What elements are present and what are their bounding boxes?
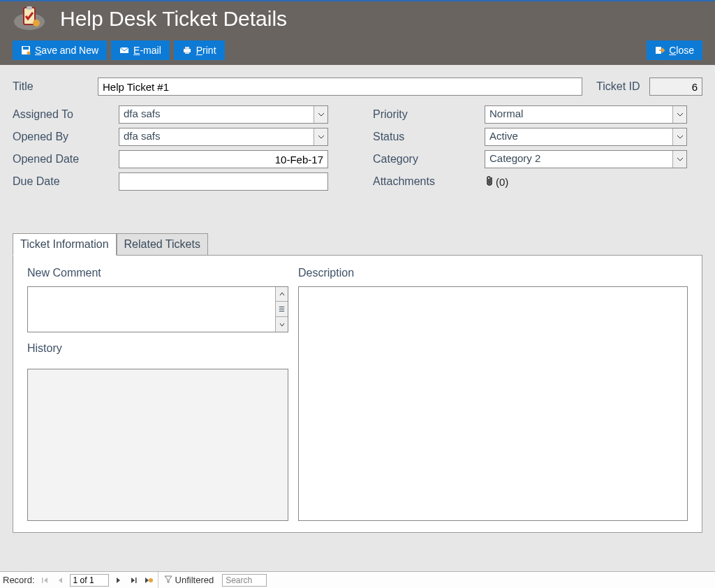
svg-rect-10 xyxy=(185,52,189,54)
due-date-label: Due Date xyxy=(13,175,119,188)
svg-point-14 xyxy=(149,578,153,582)
history-box xyxy=(27,369,288,521)
assigned-to-label: Assigned To xyxy=(13,108,119,121)
print-button[interactable]: Print xyxy=(174,41,225,60)
tab-related-tickets[interactable]: Related Tickets xyxy=(117,233,208,256)
title-label: Title xyxy=(13,80,91,93)
svg-rect-13 xyxy=(135,578,137,583)
new-comment-textarea[interactable] xyxy=(28,287,275,332)
prev-record-button[interactable] xyxy=(54,574,67,587)
svg-rect-12 xyxy=(42,578,43,583)
filter-label: Unfiltered xyxy=(175,575,214,585)
close-button[interactable]: Close xyxy=(647,41,702,60)
opened-by-label: Opened By xyxy=(13,131,119,143)
record-navigator: Record: Unfiltered xyxy=(0,571,715,588)
attachments-control[interactable]: (0) xyxy=(485,175,687,189)
assigned-to-select[interactable]: dfa safs xyxy=(119,105,328,124)
priority-value: Normal xyxy=(485,106,672,123)
history-label: History xyxy=(27,342,288,355)
svg-rect-2 xyxy=(27,6,32,10)
priority-select[interactable]: Normal xyxy=(485,105,687,124)
status-value: Active xyxy=(485,128,672,145)
category-select[interactable]: Category 2 xyxy=(485,150,687,168)
priority-label: Priority xyxy=(373,108,485,121)
new-comment-label: New Comment xyxy=(27,267,288,279)
new-comment-box: ☰ xyxy=(27,286,288,332)
chevron-down-icon[interactable] xyxy=(672,128,686,145)
scroll-grip-icon[interactable]: ☰ xyxy=(276,302,288,317)
title-input[interactable] xyxy=(98,78,582,96)
assigned-to-value: dfa safs xyxy=(119,106,314,123)
tab-ticket-information[interactable]: Ticket Information xyxy=(13,233,117,256)
svg-point-3 xyxy=(33,20,40,27)
attachments-count: (0) xyxy=(496,176,508,188)
form-grid: Assigned To dfa safs Priority Normal Ope… xyxy=(13,105,702,191)
description-label: Description xyxy=(298,267,688,279)
opened-date-input[interactable] xyxy=(119,150,328,168)
filter-icon xyxy=(164,575,172,585)
title-row: Help Desk Ticket Details xyxy=(13,1,702,36)
category-label: Category xyxy=(373,153,485,166)
header-band: Help Desk Ticket Details Save and New E-… xyxy=(0,0,715,65)
record-position-input[interactable] xyxy=(70,574,109,587)
next-record-button[interactable] xyxy=(112,574,124,587)
ticket-id-label: Ticket ID xyxy=(596,80,642,93)
svg-rect-9 xyxy=(185,47,189,50)
filter-status[interactable]: Unfiltered xyxy=(158,572,220,588)
clipboard-check-icon xyxy=(13,6,46,31)
save-icon xyxy=(21,45,31,55)
description-box[interactable] xyxy=(298,286,688,521)
title-row: Title Ticket ID xyxy=(13,78,702,96)
scroll-up-button[interactable] xyxy=(276,287,288,302)
email-button[interactable]: E-mail xyxy=(111,41,170,60)
form-area: Title Ticket ID Assigned To dfa safs Pri… xyxy=(0,65,715,191)
chevron-down-icon[interactable] xyxy=(672,151,686,168)
tabs-container: Ticket Information Related Tickets New C… xyxy=(13,233,702,533)
svg-point-6 xyxy=(27,52,31,55)
toolbar: Save and New E-mail Print Close xyxy=(13,36,702,64)
attachments-label: Attachments xyxy=(373,175,485,188)
save-and-new-button[interactable]: Save and New xyxy=(13,41,107,60)
paperclip-icon xyxy=(485,175,494,189)
print-icon xyxy=(182,45,192,55)
chevron-down-icon[interactable] xyxy=(314,128,327,145)
svg-rect-5 xyxy=(23,47,29,50)
opened-date-label: Opened Date xyxy=(13,153,119,166)
status-label: Status xyxy=(373,131,485,143)
email-icon xyxy=(119,45,129,55)
new-record-button[interactable] xyxy=(142,574,155,587)
close-icon xyxy=(655,45,665,55)
opened-by-value: dfa safs xyxy=(119,128,314,145)
scroll-down-button[interactable] xyxy=(276,317,288,332)
record-label: Record: xyxy=(3,575,35,585)
right-column: Description xyxy=(298,267,688,521)
due-date-input[interactable] xyxy=(119,172,328,191)
last-record-button[interactable] xyxy=(127,574,140,587)
first-record-button[interactable] xyxy=(39,574,52,587)
tab-strip: Ticket Information Related Tickets xyxy=(13,233,702,255)
page-title: Help Desk Ticket Details xyxy=(60,7,287,31)
record-search-input[interactable] xyxy=(222,574,267,587)
category-value: Category 2 xyxy=(485,151,672,168)
tab-panel-ticket-information: New Comment ☰ History Description xyxy=(13,255,702,533)
status-select[interactable]: Active xyxy=(485,128,687,146)
ticket-id-field xyxy=(649,78,702,96)
comment-scroll: ☰ xyxy=(275,287,288,332)
opened-by-select[interactable]: dfa safs xyxy=(119,128,328,146)
chevron-down-icon[interactable] xyxy=(314,106,327,123)
chevron-down-icon[interactable] xyxy=(672,106,686,123)
left-column: New Comment ☰ History xyxy=(27,267,288,521)
